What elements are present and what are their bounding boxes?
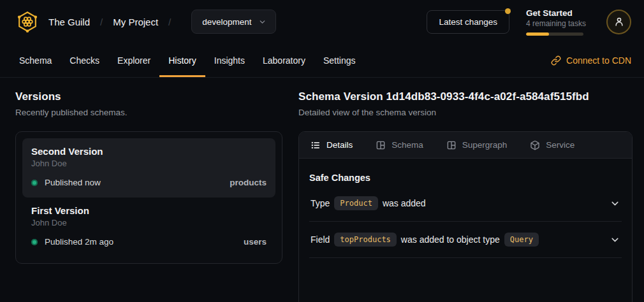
published-status-icon [31,239,38,245]
nav-tab-schema[interactable]: Schema [10,43,61,77]
version-service: users [244,237,267,247]
version-list-item[interactable]: Second VersionJohn DoePublished nowprodu… [22,138,275,198]
chevron-down-icon[interactable] [610,234,620,245]
change-description: FieldtopProductswas added to object type… [311,233,543,247]
versions-list: Second VersionJohn DoePublished nowprodu… [15,131,282,264]
version-author: John Doe [31,218,267,227]
get-started-widget[interactable]: Get Started 4 remaining tasks [526,8,590,36]
version-name: First Version [31,205,267,216]
get-started-subtitle: 4 remaining tasks [526,19,590,28]
change-text: Type [311,198,330,208]
target-select-value: development [202,17,251,27]
change-row[interactable]: TypeProductwas added [309,185,622,222]
breadcrumb-separator: / [99,17,104,27]
version-status: Published 2m ago [45,237,113,247]
published-status-icon [31,180,38,186]
changes-list: TypeProductwas addedFieldtopProductswas … [309,185,622,258]
safe-changes-title: Safe Changes [309,173,622,183]
connect-to-cdn-link[interactable]: Connect to CDN [551,43,631,77]
nav-tab-history[interactable]: History [159,43,205,77]
versions-subtitle: Recently published schemas. [15,108,282,117]
breadcrumb-org[interactable]: The Guild [48,17,90,27]
version-detail-title: Schema Version 1d14db83-0933-4f4c-a02f-a… [298,90,633,103]
latest-changes-button[interactable]: Latest changes [427,10,509,34]
get-started-progressbar [526,32,583,36]
version-detail-tabs: DetailsSchemaSupergraphService [299,132,632,159]
main-content: Versions Recently published schemas. Sec… [0,78,644,302]
get-started-progress-fill [526,32,549,36]
versions-title: Versions [15,90,282,103]
code-badge: topProducts [334,233,396,247]
user-icon [613,16,625,27]
detail-tab-label: Details [326,140,353,150]
chevron-down-icon[interactable] [610,198,620,209]
columns-icon [446,140,457,150]
version-status: Published now [45,178,101,187]
breadcrumb: The Guild / My Project / development [15,10,276,34]
version-name: Second Version [31,146,267,157]
columns-icon [376,140,386,150]
app-header: The Guild / My Project / development Lat… [0,0,644,43]
code-badge: Query [504,233,539,247]
breadcrumb-separator: / [167,17,172,27]
hive-logo-icon[interactable] [15,10,40,34]
connect-to-cdn-label: Connect to CDN [566,55,631,66]
chevron-down-icon [258,18,267,26]
version-list-item[interactable]: First VersionJohn DoePublished 2m agouse… [22,198,275,257]
change-text: Field [311,234,330,245]
change-row[interactable]: FieldtopProductswas added to object type… [309,222,622,258]
nav-tab-explorer[interactable]: Explorer [108,43,159,77]
code-badge: Product [334,196,378,210]
main-nav: SchemaChecksExplorerHistoryInsightsLabor… [0,43,644,78]
detail-tab-service[interactable]: Service [530,140,574,150]
link-icon [551,55,561,66]
version-service: products [230,178,267,187]
nav-tab-checks[interactable]: Checks [61,43,108,77]
detail-tab-label: Service [546,140,574,150]
detail-tab-label: Schema [392,140,423,150]
version-author: John Doe [31,159,267,168]
version-detail-card: DetailsSchemaSupergraphService Safe Chan… [298,131,633,302]
nav-tab-insights[interactable]: Insights [205,43,254,77]
change-description: TypeProductwas added [311,196,426,210]
target-select[interactable]: development [191,10,275,34]
nav-tab-laboratory[interactable]: Laboratory [254,43,314,77]
change-text: was added to object type [401,234,500,245]
list-icon [311,140,321,150]
latest-changes-label: Latest changes [439,17,497,27]
cube-icon [530,140,540,150]
get-started-title: Get Started [526,8,590,18]
detail-tab-supergraph[interactable]: Supergraph [446,140,508,150]
notification-dot [505,8,511,14]
detail-tab-label: Supergraph [462,140,508,150]
breadcrumb-project[interactable]: My Project [113,17,158,27]
detail-tab-schema[interactable]: Schema [376,140,423,150]
versions-panel: Versions Recently published schemas. Sec… [15,90,282,302]
detail-tab-details[interactable]: Details [311,140,353,150]
version-detail-body: Safe Changes TypeProductwas addedFieldto… [299,173,632,258]
nav-tab-settings[interactable]: Settings [314,43,365,77]
version-detail-panel: Schema Version 1d14db83-0933-4f4c-a02f-a… [298,90,633,302]
user-avatar[interactable] [606,10,631,34]
version-detail-subtitle: Detailed view of the schema version [298,108,633,117]
change-text: was added [383,198,426,208]
